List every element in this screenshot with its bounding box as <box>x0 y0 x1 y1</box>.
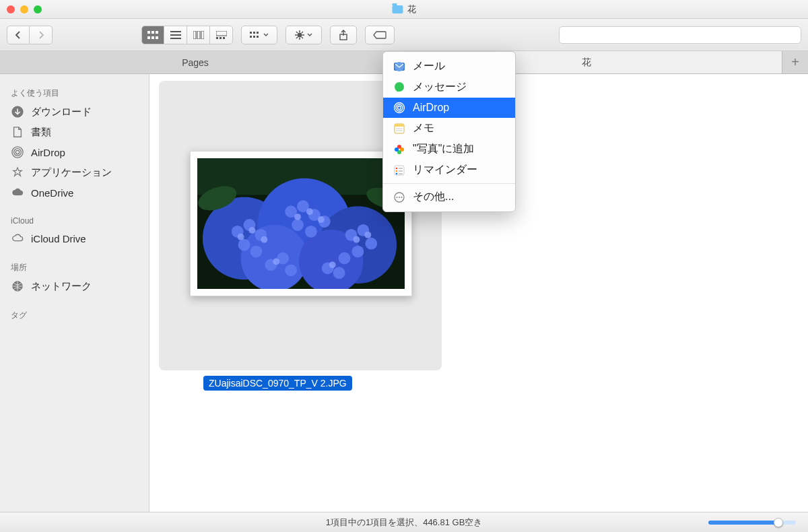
share-item-airdrop[interactable]: AirDrop <box>383 98 515 118</box>
svg-rect-2 <box>156 31 158 34</box>
action-button[interactable] <box>285 26 322 44</box>
share-item-label: その他... <box>413 190 454 204</box>
svg-point-100 <box>399 196 400 197</box>
svg-rect-84 <box>395 124 404 127</box>
svg-point-101 <box>401 196 402 197</box>
svg-line-30 <box>296 37 298 38</box>
svg-rect-1 <box>152 31 154 34</box>
sidebar-item-label: ネットワーク <box>31 280 92 293</box>
reminders-icon <box>393 164 406 177</box>
sidebar-item-icloud-drive[interactable]: iCloud Drive <box>0 228 149 248</box>
share-item-label: AirDrop <box>413 102 449 114</box>
messages-icon <box>393 81 406 94</box>
svg-point-69 <box>306 208 313 215</box>
file-name-label[interactable]: ZUajisaiDSC_0970_TP_V 2.JPG <box>203 376 352 391</box>
window-title: 花 <box>393 3 416 15</box>
share-item-more[interactable]: その他... <box>383 187 515 207</box>
sidebar: よく使う項目 ダウンロード 書類 AirDrop アプリケーション OneDri… <box>0 74 149 512</box>
new-tab-button[interactable]: + <box>782 51 808 73</box>
fullscreen-window-button[interactable] <box>34 5 42 13</box>
svg-point-72 <box>364 232 371 238</box>
share-menu: メール メッセージ AirDrop メモ "写真"に追加 リマインダー その他.… <box>382 51 516 212</box>
tags-button[interactable] <box>365 26 395 44</box>
mail-icon <box>393 60 406 73</box>
sidebar-item-label: 書類 <box>31 126 51 139</box>
airdrop-icon <box>11 145 24 159</box>
icon-view-button[interactable] <box>141 26 164 44</box>
zoom-slider[interactable] <box>708 521 796 525</box>
tab-pages[interactable]: Pages <box>0 51 391 73</box>
share-item-notes[interactable]: メモ <box>383 118 515 139</box>
svg-rect-0 <box>147 31 150 34</box>
share-item-messages[interactable]: メッセージ <box>383 77 515 98</box>
share-button[interactable] <box>330 26 357 44</box>
forward-button[interactable] <box>30 26 53 44</box>
svg-point-65 <box>238 234 244 240</box>
notes-icon <box>393 122 406 135</box>
svg-rect-21 <box>257 36 259 38</box>
share-item-photos[interactable]: "写真"に追加 <box>383 139 515 160</box>
svg-point-59 <box>339 253 351 265</box>
svg-rect-13 <box>216 37 218 39</box>
file-thumbnail <box>190 151 412 296</box>
sidebar-item-applications[interactable]: アプリケーション <box>0 162 149 182</box>
share-item-reminders[interactable]: リマインダー <box>383 160 515 180</box>
svg-rect-18 <box>257 32 259 34</box>
svg-point-48 <box>250 246 262 258</box>
svg-point-80 <box>398 106 401 110</box>
gallery-view-button[interactable] <box>210 26 233 44</box>
sidebar-item-network[interactable]: ネットワーク <box>0 276 149 296</box>
svg-rect-8 <box>170 38 181 39</box>
applications-icon <box>11 166 24 179</box>
sidebar-item-downloads[interactable]: ダウンロード <box>0 102 149 122</box>
share-item-label: "写真"に追加 <box>413 142 474 156</box>
search-input[interactable] <box>559 26 801 44</box>
sidebar-item-onedrive[interactable]: OneDrive <box>0 182 149 203</box>
sidebar-item-label: アプリケーション <box>31 166 112 179</box>
share-item-mail[interactable]: メール <box>383 56 515 77</box>
list-view-button[interactable] <box>164 26 187 44</box>
view-group <box>141 26 233 44</box>
svg-point-57 <box>365 238 377 250</box>
svg-rect-14 <box>220 37 222 39</box>
zoom-slider-knob[interactable] <box>774 518 783 527</box>
hydrangea-image <box>197 158 405 289</box>
sidebar-item-airdrop[interactable]: AirDrop <box>0 142 149 162</box>
column-view-button[interactable] <box>187 26 210 44</box>
close-window-button[interactable] <box>7 5 15 13</box>
svg-point-70 <box>318 216 325 223</box>
svg-line-27 <box>296 32 298 33</box>
svg-rect-6 <box>170 31 181 32</box>
svg-point-94 <box>396 172 398 174</box>
sidebar-item-documents[interactable]: 書類 <box>0 122 149 142</box>
svg-rect-20 <box>253 36 255 38</box>
svg-point-99 <box>396 196 397 197</box>
svg-rect-12 <box>216 31 227 36</box>
sidebar-header-favorites: よく使う項目 <box>0 84 149 102</box>
svg-line-29 <box>302 32 303 33</box>
svg-rect-3 <box>147 36 150 39</box>
minimize-window-button[interactable] <box>20 5 28 13</box>
svg-point-78 <box>395 62 404 71</box>
svg-point-53 <box>305 226 317 238</box>
svg-point-67 <box>261 236 267 243</box>
svg-rect-16 <box>250 32 252 34</box>
svg-point-68 <box>294 213 301 220</box>
svg-rect-9 <box>193 31 196 39</box>
sidebar-item-label: iCloud Drive <box>31 233 86 244</box>
svg-point-71 <box>353 236 360 243</box>
cloud-icon <box>11 232 24 245</box>
svg-point-64 <box>333 267 345 279</box>
documents-icon <box>11 125 24 139</box>
back-button[interactable] <box>7 26 30 44</box>
svg-point-62 <box>285 264 297 276</box>
group-by-button[interactable] <box>241 26 277 44</box>
cloud-icon <box>11 186 24 199</box>
sidebar-header-locations: 場所 <box>0 258 149 276</box>
svg-point-92 <box>396 167 398 169</box>
svg-point-74 <box>329 261 336 268</box>
folder-icon <box>393 5 403 13</box>
menu-separator <box>383 183 515 184</box>
svg-rect-4 <box>152 36 154 39</box>
group-by <box>241 26 277 44</box>
